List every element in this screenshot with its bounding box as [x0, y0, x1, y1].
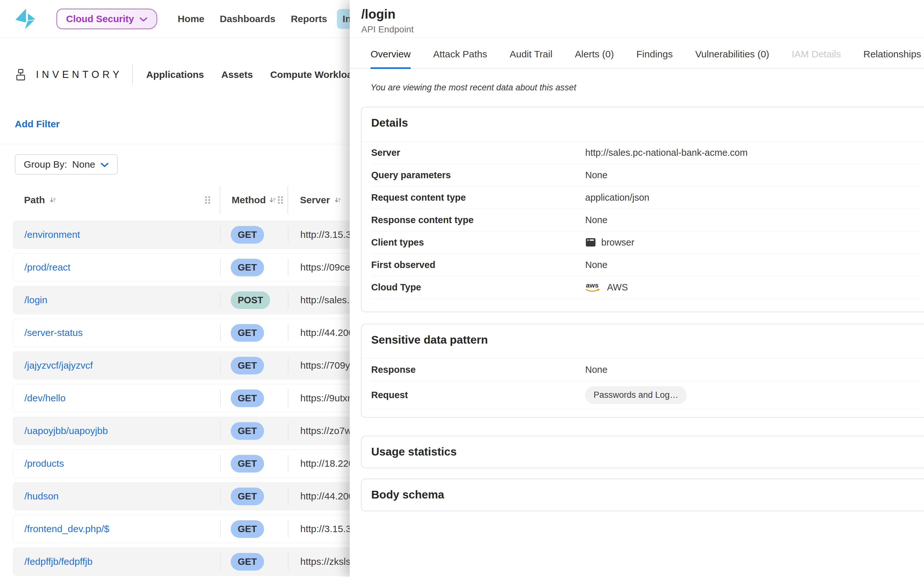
- server-value: http://44.200.: [300, 491, 357, 501]
- brand-logo-icon[interactable]: [15, 9, 35, 29]
- chevron-down-icon: [139, 17, 148, 22]
- recent-data-notice: You are viewing the most recent data abo…: [371, 83, 924, 93]
- detail-value-text: application/json: [585, 192, 649, 203]
- sensitive-value-text: None: [585, 364, 607, 375]
- drawer-tab[interactable]: Alerts (0): [575, 49, 614, 69]
- path-cell: /login: [13, 295, 220, 306]
- method-badge: GET: [231, 259, 264, 276]
- detail-value: aws None: [585, 259, 607, 270]
- product-switcher-button[interactable]: Cloud Security: [57, 9, 157, 29]
- column-header-path: Path: [13, 186, 220, 214]
- method-badge: GET: [231, 455, 264, 472]
- endpoint-path-link[interactable]: /hudson: [24, 491, 59, 501]
- method-badge: GET: [231, 520, 264, 538]
- drag-handle-icon[interactable]: [278, 196, 284, 204]
- sort-icon[interactable]: [268, 196, 277, 204]
- drawer-tab[interactable]: IAM Details: [792, 49, 841, 69]
- method-badge: GET: [231, 324, 264, 342]
- path-cell: /prod/react: [13, 262, 220, 273]
- endpoint-path-link[interactable]: /server-status: [24, 327, 83, 338]
- method-cell: GET: [220, 417, 288, 445]
- add-filter-button[interactable]: Add Filter: [15, 119, 60, 129]
- column-header-method: Method: [220, 186, 288, 214]
- endpoint-path-link[interactable]: /fedpffjb/fedpffjb: [24, 556, 92, 567]
- asset-title: /login: [361, 7, 924, 21]
- method-cell: GET: [220, 351, 288, 379]
- detail-value-text: None: [585, 259, 607, 270]
- server-value: https://709yg: [300, 360, 355, 371]
- endpoint-path-link[interactable]: /frontend_dev.php/$: [24, 524, 110, 534]
- endpoint-path-link[interactable]: /products: [24, 458, 64, 469]
- drawer-tab[interactable]: Overview: [371, 49, 411, 69]
- sensitive-data-card: Sensitive data pattern Response None Req…: [361, 324, 924, 418]
- drawer-tab[interactable]: Vulnerabilities (0): [695, 49, 769, 69]
- asset-detail-drawer: /login API Endpoint Overview Attack Path…: [350, 0, 924, 577]
- drawer-tab[interactable]: Attack Paths: [433, 49, 487, 69]
- drawer-tab[interactable]: Relationships: [863, 49, 921, 69]
- detail-label: Server: [371, 147, 585, 158]
- method-cell: GET: [220, 319, 288, 347]
- details-rows: Server aws: [362, 142, 924, 311]
- usage-statistics-title[interactable]: Usage statistics: [362, 436, 924, 468]
- path-cell: /jajyzvcf/jajyzvcf: [13, 360, 220, 371]
- drawer-tab[interactable]: Findings: [636, 49, 673, 69]
- method-cell: GET: [220, 515, 288, 543]
- sort-icon[interactable]: [49, 196, 57, 204]
- top-nav-item[interactable]: Dashboards: [214, 9, 281, 29]
- asset-type-label: API Endpoint: [361, 24, 924, 35]
- detail-label: First observed: [371, 259, 585, 270]
- body-schema-title[interactable]: Body schema: [362, 479, 924, 511]
- method-cell: GET: [220, 221, 288, 248]
- detail-value-text: browser: [601, 237, 634, 248]
- sort-icon[interactable]: [334, 196, 342, 204]
- path-cell: /dev/hello: [13, 393, 220, 404]
- path-cell: /server-status: [13, 327, 220, 338]
- server-value: https://zkslsyj: [300, 556, 357, 567]
- server-value: http://44.200.: [300, 327, 357, 338]
- endpoint-path-link[interactable]: /environment: [24, 229, 80, 240]
- product-switcher-label: Cloud Security: [66, 13, 134, 24]
- group-by-label: Group By:: [24, 159, 67, 170]
- detail-label: Query parameters: [371, 170, 585, 181]
- endpoint-path-link[interactable]: /jajyzvcf/jajyzvcf: [24, 360, 93, 371]
- path-cell: /environment: [13, 229, 220, 240]
- top-nav-item[interactable]: Reports: [285, 9, 333, 29]
- endpoint-path-link[interactable]: /uapoyjbb/uapoyjbb: [24, 425, 108, 436]
- method-badge: GET: [231, 488, 264, 505]
- detail-value-text: AWS: [607, 282, 628, 293]
- drawer-tab[interactable]: Audit Trail: [509, 49, 552, 69]
- path-cell: /fedpffjb/fedpffjb: [13, 556, 220, 567]
- endpoint-path-link[interactable]: /dev/hello: [24, 393, 65, 403]
- inventory-tab[interactable]: Applications: [140, 64, 210, 85]
- endpoint-path-link[interactable]: /login: [24, 295, 47, 305]
- inventory-tab[interactable]: Assets: [215, 64, 259, 85]
- detail-value-text: None: [585, 170, 607, 181]
- detail-label: Cloud Type: [371, 282, 585, 293]
- sensitive-row: Response None: [371, 359, 920, 381]
- group-by-dropdown[interactable]: Group By: None: [15, 154, 118, 175]
- detail-row: Query parameters aws: [371, 164, 920, 187]
- drawer-header: /login API Endpoint: [350, 0, 924, 38]
- detail-value-text: http://sales.pc-national-bank-acme.com: [585, 147, 748, 158]
- method-badge: GET: [231, 422, 264, 440]
- svg-text:aws: aws: [586, 282, 599, 289]
- body-schema-card: Body schema: [361, 479, 924, 511]
- server-value: http://3.15.30: [300, 229, 357, 240]
- detail-value-text: None: [585, 215, 607, 226]
- browser-icon: [585, 237, 596, 248]
- details-card-title: Details: [362, 107, 924, 142]
- sensitive-row: Request Passwords and Log…: [371, 381, 920, 409]
- detail-value: aws http://sales.pc-national-bank-acme.c…: [585, 147, 748, 158]
- detail-value: aws application/json: [585, 192, 649, 203]
- endpoint-path-link[interactable]: /prod/react: [24, 262, 70, 272]
- vertical-divider: [132, 65, 133, 85]
- drag-handle-icon[interactable]: [205, 196, 211, 204]
- detail-row: First observed aws: [371, 254, 920, 276]
- detail-row: Cloud Type aws: [371, 276, 920, 299]
- top-nav-item[interactable]: Home: [172, 9, 210, 29]
- inventory-title: INVENTORY: [36, 69, 123, 81]
- path-cell: /frontend_dev.php/$: [13, 524, 220, 534]
- detail-row: Response content type aws: [371, 209, 920, 231]
- server-value: http://18.220.: [300, 458, 357, 469]
- sensitive-card-title: Sensitive data pattern: [362, 324, 924, 359]
